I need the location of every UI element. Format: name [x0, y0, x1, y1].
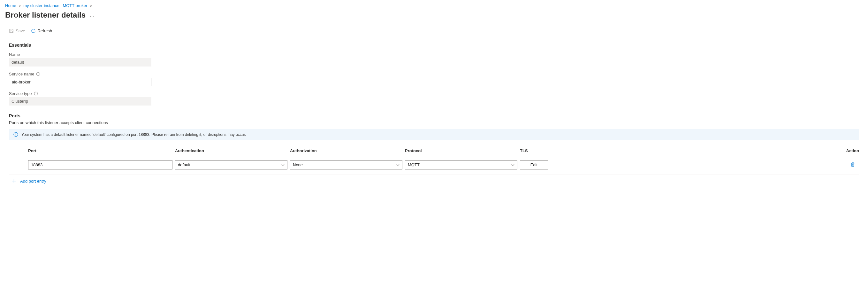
- col-authz: Authorization: [290, 146, 405, 160]
- ports-table: Port Authentication Authorization Protoc…: [9, 146, 859, 185]
- page-title-row: Broker listener details ···: [0, 9, 868, 26]
- info-bar: Your system has a default listener named…: [9, 129, 859, 140]
- breadcrumb-home[interactable]: Home: [5, 3, 16, 8]
- refresh-button[interactable]: Refresh: [31, 28, 52, 33]
- col-port: Port: [28, 146, 175, 160]
- col-auth: Authentication: [175, 146, 290, 160]
- ports-description: Ports on which this listener accepts cli…: [9, 120, 859, 125]
- info-icon[interactable]: [36, 72, 40, 76]
- col-tls: TLS: [520, 146, 552, 160]
- save-button[interactable]: Save: [9, 28, 25, 33]
- name-label: Name: [9, 52, 151, 57]
- svg-point-9: [16, 133, 16, 134]
- more-actions-icon[interactable]: ···: [90, 11, 94, 19]
- delete-row-button[interactable]: [849, 161, 857, 169]
- name-field: Name default: [9, 52, 151, 66]
- name-value: default: [9, 58, 151, 66]
- add-port-label: Add port entry: [20, 179, 46, 184]
- essentials-header: Essentials: [9, 43, 859, 48]
- chevron-right-icon: >: [90, 4, 92, 8]
- page-title: Broker listener details: [5, 10, 86, 20]
- breadcrumb: Home > my-cluster-instance | MQTT broker…: [0, 0, 868, 9]
- refresh-icon: [31, 28, 36, 33]
- toolbar: Save Refresh: [0, 26, 868, 36]
- save-icon: [9, 28, 14, 33]
- protocol-select[interactable]: [405, 160, 517, 169]
- refresh-label: Refresh: [38, 28, 52, 33]
- tls-edit-button[interactable]: Edit: [520, 160, 548, 169]
- ports-header: Ports: [9, 113, 859, 118]
- save-label: Save: [16, 28, 25, 33]
- service-name-label: Service name: [9, 72, 34, 77]
- col-action: Action: [834, 146, 859, 160]
- breadcrumb-cluster[interactable]: my-cluster-instance | MQTT broker: [23, 3, 87, 8]
- service-name-field: Service name: [9, 72, 151, 86]
- svg-rect-0: [10, 31, 13, 33]
- info-icon: [13, 132, 18, 137]
- info-text: Your system has a default listener named…: [21, 132, 246, 137]
- chevron-right-icon: >: [19, 4, 21, 8]
- service-name-input[interactable]: [9, 78, 151, 86]
- svg-point-3: [38, 73, 39, 73]
- authz-select[interactable]: [290, 160, 402, 169]
- plus-icon: [11, 179, 16, 184]
- auth-select[interactable]: [175, 160, 287, 169]
- service-type-label: Service type: [9, 91, 32, 96]
- svg-point-6: [36, 92, 36, 93]
- trash-icon: [850, 162, 855, 167]
- service-type-field: Service type ClusterIp: [9, 91, 151, 106]
- info-icon[interactable]: [34, 91, 38, 95]
- add-port-button[interactable]: Add port entry: [9, 177, 859, 185]
- col-protocol: Protocol: [405, 146, 520, 160]
- port-input[interactable]: [28, 160, 173, 169]
- content: Essentials Name default Service name Ser…: [0, 36, 868, 191]
- service-type-value: ClusterIp: [9, 97, 151, 106]
